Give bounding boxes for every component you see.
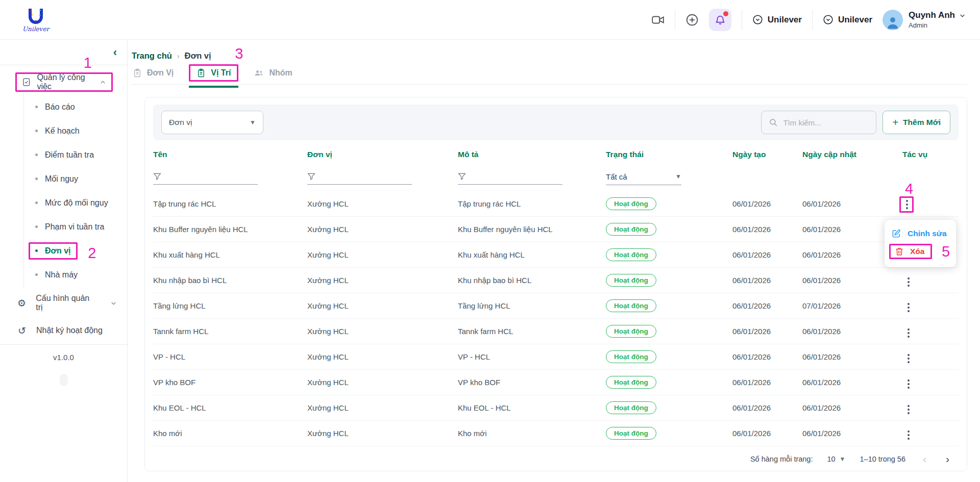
row-actions-kebab[interactable] <box>903 377 914 391</box>
cell-don-vi: Xưởng HCL <box>307 301 458 310</box>
unit-filter-value: Đơn vị <box>169 118 192 127</box>
row-actions-kebab[interactable] <box>903 326 914 340</box>
column-header: Trạng thái <box>606 150 732 159</box>
sidebar-item-label: Quản lý công việc <box>37 73 93 91</box>
context-menu-delete[interactable]: Xóa <box>885 242 956 259</box>
add-icon[interactable] <box>685 13 699 27</box>
content-card: Đơn vị ▼ + Thêm Mới <box>144 97 967 471</box>
context-menu-delete-label: Xóa <box>910 247 924 256</box>
add-new-button[interactable]: + Thêm Mới <box>883 111 950 134</box>
unit-filter-select[interactable]: Đơn vị ▼ <box>161 111 263 134</box>
cell-mo-ta: Khu EOL - HCL <box>458 403 606 412</box>
filter-input-ten[interactable] <box>153 172 258 185</box>
annotation-box-4: 4 <box>899 196 914 213</box>
user-menu[interactable]: Quynh Anh Admin <box>883 10 966 30</box>
sidebar-subitem[interactable]: Kế hoạch <box>24 119 127 143</box>
cell-mo-ta: Kho mới <box>458 429 606 438</box>
unilever-logo[interactable]: Unilever <box>22 8 49 32</box>
cell-ngay-cap-nhat: 07/01/2026 <box>802 301 902 310</box>
cell-ngay-cap-nhat: 06/01/2026 <box>802 403 902 412</box>
filter-bar: Đơn vị ▼ + Thêm Mới <box>153 105 959 140</box>
tab-label: Vị Trí <box>211 68 231 78</box>
row-actions-kebab[interactable] <box>903 301 914 314</box>
sidebar-subitem-label: Điểm tuần tra <box>45 150 94 160</box>
sidebar-item-nhat-ky-hoat-dong[interactable]: ↺ Nhật ký hoạt động <box>0 318 127 343</box>
cell-ngay-tao: 06/01/2026 <box>732 429 802 438</box>
sidebar-subitem[interactable]: Mối nguy <box>24 167 127 191</box>
table-row: Khu nhập bao bì HCLXưởng HCLKhu nhập bao… <box>153 268 959 293</box>
cell-mo-ta: Tannk farm HCL <box>458 327 606 336</box>
tab-vi-tri[interactable]: Vị Trí 3 <box>189 64 238 82</box>
table-row: VP kho BOFXưởng HCLVP kho BOFHoạt động06… <box>153 370 959 395</box>
row-actions-kebab[interactable] <box>903 352 914 365</box>
bullet-icon <box>35 201 38 204</box>
row-actions-kebab[interactable] <box>903 403 914 416</box>
unilever-u-icon <box>26 8 45 25</box>
video-icon[interactable] <box>651 13 665 27</box>
tab-don-vi[interactable]: Đơn Vị <box>133 68 174 78</box>
cell-don-vi: Xưởng HCL <box>307 276 458 285</box>
row-actions-kebab[interactable] <box>903 275 914 289</box>
cell-don-vi: Xưởng HCL <box>307 429 458 438</box>
sidebar-collapse-icon[interactable]: ‹ <box>113 47 117 58</box>
table-body: Tập trung rác HCLXưởng HCLTập trung rác … <box>153 191 959 446</box>
notifications-bell-icon[interactable] <box>709 9 731 31</box>
gear-icon: ⚙ <box>16 297 27 309</box>
table-row: Khu EOL - HCLXưởng HCLKhu EOL - HCLHoạt … <box>153 395 959 421</box>
sidebar-item-cau-hinh-quan-tri[interactable]: ⚙ Cấu hình quản trị <box>0 291 127 315</box>
prev-page-button[interactable]: ‹ <box>920 453 929 465</box>
cell-mo-ta: VP kho BOF <box>458 378 606 387</box>
notification-dot <box>723 11 728 16</box>
table-filter-row: Tất cả ▼ <box>153 166 959 191</box>
status-filter-select[interactable]: Tất cả ▼ <box>606 172 681 185</box>
context-menu-edit[interactable]: Chỉnh sửa <box>885 225 956 242</box>
cell-ngay-tao: 06/01/2026 <box>732 301 802 310</box>
annotation-2: 2 <box>88 246 96 261</box>
sidebar-subitem[interactable]: Báo cáo <box>24 95 127 119</box>
app-version: v1.0.0 <box>0 353 127 362</box>
sidebar-subitem[interactable]: Điểm tuần tra <box>24 143 127 167</box>
chevron-up-icon <box>100 79 106 86</box>
cell-ngay-tao: 06/01/2026 <box>732 199 802 208</box>
rows-per-page-select[interactable]: 10 ▼ <box>827 455 845 463</box>
search-input[interactable] <box>783 118 860 127</box>
unilever-logo-text: Unilever <box>22 26 49 32</box>
filter-input-mo-ta[interactable] <box>458 172 562 185</box>
tabs: Đơn Vị Vị Trí 3 Nhóm <box>132 68 967 85</box>
column-header: Ngày cập nhật <box>802 150 902 159</box>
row-context-menu: Chỉnh sửa Xóa 5 <box>885 220 956 267</box>
tab-nhom[interactable]: Nhóm <box>254 68 292 78</box>
table-row: Khu xuất hàng HCLXưởng HCLKhu xuất hàng … <box>153 242 959 268</box>
sidebar-item-quan-ly-cong-viec[interactable]: Quản lý công việc 1 <box>15 72 113 92</box>
sidebar-subitem[interactable]: Phạm vi tuần tra <box>24 215 127 239</box>
people-group-icon <box>254 68 264 78</box>
tab-label: Đơn Vị <box>147 68 174 78</box>
status-badge: Hoạt động <box>606 325 656 338</box>
funnel-icon <box>307 172 315 181</box>
filter-input-don-vi[interactable] <box>307 172 412 185</box>
org-switcher-1[interactable]: Unilever <box>752 14 802 25</box>
sidebar-subitem[interactable]: Mức độ mối nguy <box>24 191 127 215</box>
search-box[interactable] <box>761 111 876 134</box>
org-switcher-2[interactable]: Unilever <box>823 14 872 25</box>
header-divider <box>812 10 813 30</box>
cell-ngay-cap-nhat: 06/01/2026 <box>802 352 902 361</box>
sidebar-subitem[interactable]: Nhà máy <box>24 263 127 287</box>
positions-table: Tên Đơn vị Mô tả Trạng thái Ngày tạo Ngà… <box>145 143 967 472</box>
cell-ngay-cap-nhat: 06/01/2026 <box>802 429 902 438</box>
sidebar-subitem[interactable]: Đơn vị2 <box>24 239 127 263</box>
breadcrumb-home[interactable]: Trang chủ <box>132 51 172 61</box>
rows-per-page-value: 10 <box>827 455 835 463</box>
cell-ngay-cap-nhat: 06/01/2026 <box>802 378 902 387</box>
cell-ngay-cap-nhat: 06/01/2026 <box>802 199 902 208</box>
context-menu-edit-label: Chỉnh sửa <box>908 229 947 238</box>
cell-ngay-tao: 06/01/2026 <box>732 250 802 259</box>
column-header: Tên <box>153 150 307 159</box>
status-badge: Hoạt động <box>606 350 656 363</box>
row-actions-kebab[interactable] <box>903 428 914 442</box>
cell-don-vi: Xưởng HCL <box>307 250 458 259</box>
row-actions-kebab[interactable] <box>902 198 912 211</box>
next-page-button[interactable]: › <box>943 453 952 465</box>
chevron-down-icon <box>110 300 117 307</box>
cell-ten: Tannk farm HCL <box>153 327 307 336</box>
